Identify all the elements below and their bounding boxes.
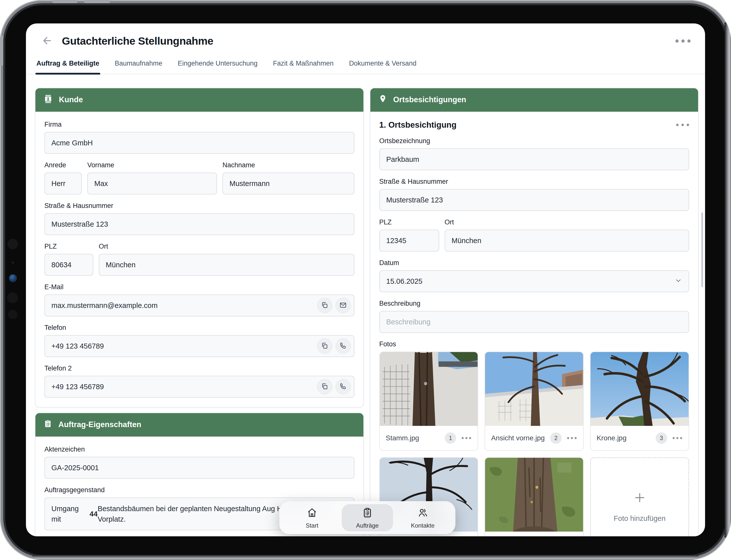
phone-icon bbox=[339, 342, 347, 350]
tab-strip: Auftrag & Beteiligte Baumaufnahme Eingeh… bbox=[26, 60, 705, 74]
kunde-card-header: Kunde bbox=[35, 88, 364, 112]
call-telefon2-button[interactable] bbox=[335, 379, 351, 394]
power-button bbox=[0, 35, 3, 66]
ort-strasse-label: Straße & Hausnummer bbox=[379, 178, 689, 186]
orte-header-label: Ortsbesichtigungen bbox=[393, 95, 466, 104]
tab-eingehende-untersuchung[interactable]: Eingehende Untersuchung bbox=[177, 60, 258, 74]
auftrag-header-label: Auftrag-Eigenschaften bbox=[58, 420, 141, 429]
chevron-down-icon bbox=[675, 277, 682, 286]
photo-menu-button[interactable] bbox=[567, 436, 577, 441]
right-column: Ortsbesichtigungen 1. Ortsbesichtigung O… bbox=[370, 88, 699, 536]
send-mail-button[interactable] bbox=[335, 298, 351, 313]
copy-email-button[interactable] bbox=[317, 298, 332, 313]
email-label: E-Mail bbox=[44, 283, 354, 291]
photo-thumbnail[interactable] bbox=[485, 458, 583, 532]
email-field-wrap bbox=[44, 294, 354, 316]
page-title: Gutachterliche Stellungnahme bbox=[62, 35, 213, 47]
kunde-card: Kunde Firma Anrede Vorname Nachname bbox=[35, 88, 364, 408]
ort-plz-input-row bbox=[379, 230, 689, 252]
plz-ort-input-row bbox=[44, 254, 354, 276]
ort-plz-input[interactable] bbox=[379, 230, 439, 252]
ellipsis-icon bbox=[676, 124, 679, 126]
front-sensor-4 bbox=[8, 310, 17, 319]
add-photo-button[interactable]: Foto hinzufügen bbox=[590, 457, 689, 536]
photo-card-stamm: Stamm.jpg 1 bbox=[379, 352, 478, 451]
kunde-header-label: Kunde bbox=[59, 95, 83, 104]
contact-card-icon bbox=[43, 94, 53, 105]
call-telefon-button[interactable] bbox=[335, 338, 351, 354]
strasse-label: Straße & Hausnummer bbox=[44, 202, 354, 210]
tab-dokumente-versand[interactable]: Dokumente & Versand bbox=[349, 60, 417, 74]
tab-fazit-massnahmen[interactable]: Fazit & Maßnahmen bbox=[272, 60, 334, 74]
photo-name: Krone.jpg bbox=[597, 434, 651, 442]
photo-card-krone: Krone.jpg 3 bbox=[590, 352, 689, 451]
strasse-input[interactable] bbox=[44, 213, 354, 235]
ortsbesichtigung-title: 1. Ortsbesichtigung bbox=[379, 120, 457, 130]
photo-name: Stamm.jpg bbox=[386, 434, 440, 442]
plz-input[interactable] bbox=[44, 254, 93, 276]
copy-icon bbox=[321, 342, 328, 350]
ort-label: Ort bbox=[99, 243, 354, 250]
copy-telefon2-button[interactable] bbox=[317, 379, 332, 394]
beschreibung-input[interactable] bbox=[379, 311, 689, 333]
photo-thumbnail[interactable] bbox=[591, 352, 689, 426]
photo-thumbnail[interactable] bbox=[380, 352, 478, 426]
vorname-input[interactable] bbox=[87, 173, 217, 194]
aktenzeichen-label: Aktenzeichen bbox=[44, 446, 354, 453]
bottom-tab-bar: Start Aufträge Kontakte bbox=[279, 501, 455, 534]
aktenzeichen-input[interactable] bbox=[44, 457, 354, 479]
photo-card-ansicht-vorne: Ansicht vorne.jpg 2 bbox=[485, 352, 584, 451]
ort-ort-label: Ort bbox=[445, 218, 689, 226]
ortsbesichtigung-menu-button[interactable] bbox=[676, 124, 689, 126]
add-photo-label: Foto hinzufügen bbox=[614, 514, 666, 523]
overflow-menu-button[interactable] bbox=[675, 39, 691, 43]
anrede-input[interactable] bbox=[44, 173, 82, 194]
photo-footer bbox=[485, 532, 583, 536]
datum-select[interactable]: 15.06.2025 bbox=[379, 270, 689, 292]
ortsbezeichnung-label: Ortsbezeichnung bbox=[379, 137, 689, 145]
app-header: Gutachterliche Stellungnahme bbox=[26, 23, 705, 47]
arrow-left-icon bbox=[41, 35, 53, 47]
tabbar-label: Kontakte bbox=[411, 522, 435, 529]
tabbar-label: Start bbox=[306, 522, 318, 529]
ort-ort-input[interactable] bbox=[445, 230, 689, 252]
telefon2-input[interactable] bbox=[44, 376, 354, 398]
ort-input[interactable] bbox=[99, 254, 354, 276]
clipboard-icon bbox=[362, 507, 373, 520]
firma-input[interactable] bbox=[44, 132, 354, 154]
email-input[interactable] bbox=[44, 294, 354, 316]
photo-order-badge: 1 bbox=[445, 432, 456, 444]
copy-telefon-button[interactable] bbox=[317, 338, 332, 354]
front-sensor-2 bbox=[11, 261, 14, 264]
ort-strasse-input[interactable] bbox=[379, 189, 689, 211]
telefon-field-wrap bbox=[44, 335, 354, 357]
clipboard-icon bbox=[43, 419, 52, 430]
metal-edge-bottom bbox=[32, 555, 699, 560]
scrollbar-thumb[interactable] bbox=[701, 212, 703, 287]
photo-footer: Stamm.jpg 1 bbox=[380, 426, 478, 450]
orte-card-body: 1. Ortsbesichtigung Ortsbezeichnung Stra… bbox=[370, 112, 698, 536]
copy-icon bbox=[321, 301, 328, 310]
ortsbezeichnung-input[interactable] bbox=[379, 148, 689, 170]
kunde-card-body: Firma Anrede Vorname Nachname Stra bbox=[35, 112, 363, 407]
tab-baumaufnahme[interactable]: Baumaufnahme bbox=[114, 60, 163, 74]
copy-icon bbox=[321, 382, 328, 391]
photo-menu-button[interactable] bbox=[461, 436, 472, 441]
telefon2-field-wrap bbox=[44, 376, 354, 398]
firma-label: Firma bbox=[44, 121, 354, 128]
back-button[interactable] bbox=[41, 35, 53, 47]
left-column: Kunde Firma Anrede Vorname Nachname bbox=[35, 88, 364, 536]
datum-label: Datum bbox=[379, 259, 689, 267]
tab-auftrag-beteiligte[interactable]: Auftrag & Beteiligte bbox=[36, 60, 100, 74]
tabbar-item-start[interactable]: Start bbox=[286, 504, 338, 531]
telefon2-label: Telefon 2 bbox=[44, 365, 354, 372]
telefon-input[interactable] bbox=[44, 335, 354, 357]
vorname-label: Vorname bbox=[87, 161, 217, 169]
tabbar-item-kontakte[interactable]: Kontakte bbox=[397, 504, 448, 531]
photo-thumbnail[interactable] bbox=[485, 352, 583, 426]
photo-order-badge: 3 bbox=[656, 432, 667, 444]
photo-menu-button[interactable] bbox=[672, 436, 683, 441]
nachname-input[interactable] bbox=[222, 173, 354, 194]
tabbar-item-auftraege[interactable]: Aufträge bbox=[342, 504, 393, 531]
photo-card-5 bbox=[485, 457, 584, 536]
